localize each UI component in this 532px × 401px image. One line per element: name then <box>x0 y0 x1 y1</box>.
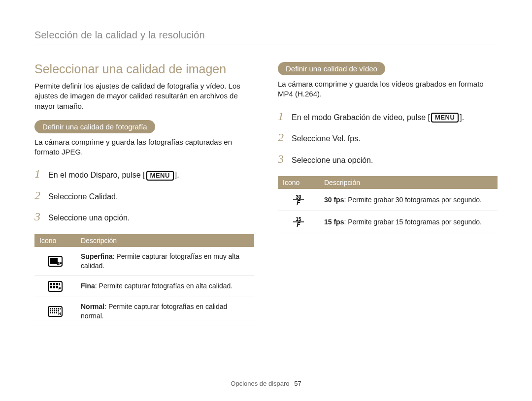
svg-rect-19 <box>50 310 51 311</box>
svg-rect-5 <box>53 283 55 285</box>
svg-text:F: F <box>59 286 61 291</box>
table-row: SF Superfina: Permite capturar fotografí… <box>34 247 254 276</box>
subheading-pill-video: Definir una calidad de vídeo <box>278 62 385 75</box>
step-text: Seleccione una opción. <box>292 155 373 166</box>
th-icon: Icono <box>278 176 319 189</box>
fps-15-icon: 15 F <box>292 216 305 228</box>
svg-rect-9 <box>53 286 55 288</box>
step-1: En el modo Disparo, pulse [MENU]. <box>34 166 254 183</box>
svg-text:F: F <box>297 221 300 228</box>
step-text: . <box>116 192 118 201</box>
menu-button-icon: MENU <box>431 113 459 123</box>
row-bold: Fina <box>81 282 95 290</box>
row-bold: 30 fps <box>324 196 344 204</box>
footer-section: Opciones de disparo <box>231 380 289 387</box>
table-row: F Fina: Permite capturar fotografías en … <box>34 276 254 297</box>
row-text: : Permite capturar fotografías en alta c… <box>95 282 233 290</box>
table-row: 30 F 30 fps: Permite grabar 30 fotograma… <box>278 189 498 211</box>
desc-cell: Fina: Permite capturar fotografías en al… <box>76 276 254 297</box>
step-2: Seleccione Calidad. <box>34 187 254 204</box>
icon-cell: 30 F <box>278 189 319 211</box>
svg-rect-7 <box>59 283 60 285</box>
desc-cell: 30 fps: Permite grabar 30 fotogramas por… <box>319 189 498 211</box>
svg-rect-21 <box>54 310 55 311</box>
svg-rect-22 <box>56 310 57 311</box>
svg-rect-25 <box>52 312 53 313</box>
right-column: Definir una calidad de vídeo La cámara c… <box>278 62 498 326</box>
step-text: Seleccione <box>48 192 89 201</box>
desc-cell: Superfina: Permite capturar fotografías … <box>76 247 254 276</box>
subintro-photo: La cámara comprime y guarda las fotograf… <box>34 137 254 157</box>
step-3: Seleccione una opción. <box>34 209 254 225</box>
subintro-video: La cámara comprime y guarda los vídeos g… <box>278 79 498 99</box>
icon-cell: N <box>34 297 76 326</box>
page: Selección de la calidad y la resolución … <box>0 0 532 401</box>
step-text: ]. <box>175 171 179 179</box>
step-text: En el modo Disparo, pulse [ <box>48 171 145 179</box>
table-row: N Normal: Permite capturar fotografías e… <box>34 297 254 326</box>
step-text: Seleccione una opción. <box>48 213 130 223</box>
svg-text:SF: SF <box>57 261 62 266</box>
th-desc: Descripción <box>319 176 498 189</box>
svg-rect-10 <box>56 286 58 288</box>
step-bold: Calidad <box>89 192 116 201</box>
row-bold: 15 fps <box>324 218 344 226</box>
row-bold: Normal <box>81 303 104 310</box>
svg-rect-18 <box>60 308 61 309</box>
row-bold: Superfina <box>81 252 113 260</box>
table-row: 15 F 15 fps: Permite grabar 15 fotograma… <box>278 211 498 233</box>
svg-text:N: N <box>58 311 61 316</box>
steps-video: En el modo Grabación de vídeo, pulse [ME… <box>278 108 498 168</box>
desc-cell: 15 fps: Permite grabar 15 fotogramas por… <box>319 211 498 233</box>
step-bold: Vel. fps <box>332 134 358 143</box>
svg-rect-16 <box>56 308 57 309</box>
two-column-layout: Seleccionar una calidad de imagen Permit… <box>34 62 498 326</box>
icon-cell: SF <box>34 247 76 276</box>
page-footer: Opciones de disparo 57 <box>0 380 532 387</box>
normal-icon: N <box>48 306 63 317</box>
fine-icon: F <box>48 281 63 292</box>
svg-text:F: F <box>297 199 300 206</box>
svg-rect-8 <box>50 286 52 288</box>
svg-rect-4 <box>50 283 52 285</box>
step-text: En el modo Grabación de vídeo, pulse [ <box>292 113 430 122</box>
page-number: 57 <box>294 380 301 387</box>
fps-30-icon: 30 F <box>292 194 305 206</box>
step-2: Seleccione Vel. fps. <box>278 129 498 146</box>
left-column: Seleccionar una calidad de imagen Permit… <box>34 62 254 326</box>
step-text: . <box>358 134 360 143</box>
step-3: Seleccione una opción. <box>278 151 498 168</box>
row-text: : Permite grabar 15 fotogramas por segun… <box>344 218 481 226</box>
svg-rect-20 <box>52 310 53 311</box>
icon-cell: F <box>34 276 76 297</box>
step-text: ]. <box>460 113 464 122</box>
svg-rect-26 <box>54 312 55 313</box>
subheading-pill-photo: Definir una calidad de fotografía <box>34 120 155 133</box>
desc-cell: Normal: Permite capturar fotografías en … <box>76 297 254 326</box>
th-icon: Icono <box>34 234 76 247</box>
svg-rect-13 <box>50 308 51 309</box>
superfine-icon: SF <box>48 256 63 267</box>
row-text: : Permite grabar 30 fotogramas por segun… <box>344 196 481 204</box>
svg-rect-6 <box>56 283 58 285</box>
svg-rect-14 <box>52 308 53 309</box>
quality-table: Icono Descripción SF Superfina: Permite … <box>34 234 254 326</box>
steps-photo: En el modo Disparo, pulse [MENU]. Selecc… <box>34 166 254 225</box>
step-1: En el modo Grabación de vídeo, pulse [ME… <box>278 108 498 125</box>
menu-button-icon: MENU <box>146 171 174 181</box>
section-title: Seleccionar una calidad de imagen <box>34 62 254 76</box>
step-text: Seleccione <box>292 134 332 143</box>
svg-rect-17 <box>58 308 59 309</box>
fps-table: Icono Descripción 30 F <box>278 176 498 233</box>
th-desc: Descripción <box>76 234 254 247</box>
svg-rect-27 <box>56 312 57 313</box>
icon-cell: 15 F <box>278 211 319 233</box>
page-header-title: Selección de la calidad y la resolución <box>34 30 498 44</box>
svg-rect-15 <box>54 308 55 309</box>
intro-paragraph: Permite definir los ajustes de calidad d… <box>34 81 254 111</box>
svg-rect-24 <box>50 312 51 313</box>
